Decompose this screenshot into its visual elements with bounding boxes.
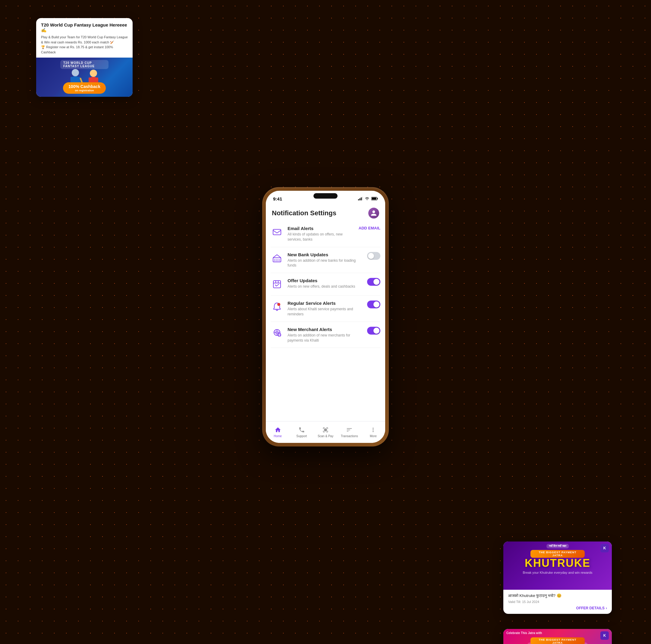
app-content: Notification Settings xyxy=(266,204,385,443)
new-bank-title: New Bank Updates xyxy=(287,252,363,257)
regular-service-toggle[interactable] xyxy=(367,301,380,308)
chevron-right-icon: › xyxy=(606,606,607,610)
merchant-alerts-toggle-wrap[interactable] xyxy=(367,327,380,335)
offer-updates-desc: Alerts on new offers, deals and cashback… xyxy=(287,284,363,289)
nav-transactions[interactable]: Transactions xyxy=(338,422,361,443)
offer-updates-text: Offer Updates Alerts on new offers, deal… xyxy=(287,278,363,289)
email-icon xyxy=(272,227,282,237)
svg-rect-20 xyxy=(377,198,378,199)
payment-jatra-badge-2: THE BIGGEST PAYMENT JATRA xyxy=(530,637,585,644)
regular-service-title: Regular Service Alerts xyxy=(287,301,363,306)
email-alerts-action[interactable]: ADD EMAIL xyxy=(359,226,380,231)
regular-service-text: Regular Service Alerts Alerts about Khal… xyxy=(287,301,363,317)
regular-service-desc: Alerts about Khalti service payments and… xyxy=(287,307,363,317)
notif-email-alerts: Email Alerts All kinds of updates on off… xyxy=(271,221,380,247)
toggle-thumb xyxy=(373,328,379,334)
svg-rect-25 xyxy=(276,259,278,261)
cashback-badge: 100% Cashback on registration xyxy=(63,82,106,94)
svg-rect-26 xyxy=(278,259,280,261)
svg-rect-24 xyxy=(274,259,276,261)
transactions-icon xyxy=(346,427,352,433)
new-bank-desc: Alerts on addition of new banks for load… xyxy=(287,258,363,268)
offer-updates-title: Offer Updates xyxy=(287,278,363,283)
nav-more-label: More xyxy=(370,434,377,438)
khutruke-card-header: नयाँ दिन नयाँ ज्वार K THE BIGGEST PAYMEN… xyxy=(503,542,612,590)
svg-rect-16 xyxy=(360,198,361,201)
offer-details-button[interactable]: OFFER DETAILS › xyxy=(576,606,607,610)
phone-screen: 9:41 xyxy=(266,191,385,443)
bell-icon xyxy=(272,302,282,312)
svg-rect-15 xyxy=(358,199,359,201)
wifi-icon xyxy=(365,197,370,201)
k-logo: K xyxy=(600,544,609,552)
notif-regular-service: Regular Service Alerts Alerts about Khal… xyxy=(271,296,380,322)
notch-sensor xyxy=(313,193,338,199)
svg-rect-27 xyxy=(273,281,281,288)
status-icons xyxy=(358,197,378,201)
khutruke2-header: Celebrate This Jatra with K THE BIGGEST … xyxy=(503,629,612,644)
khutruke-description: आजको Khutruke फुटाउनु भयो? 😊 xyxy=(508,593,607,598)
nav-home-label: Home xyxy=(274,434,282,438)
notif-new-bank: New Bank Updates Alerts on addition of n… xyxy=(271,247,380,273)
avatar[interactable] xyxy=(368,208,379,219)
khutruke-promo-card-2: Celebrate This Jatra with K THE BIGGEST … xyxy=(503,629,612,644)
app-header: Notification Settings xyxy=(266,204,385,221)
status-time: 9:41 xyxy=(273,196,282,201)
khutruke-card-body: आजको Khutruke फुटाउनु भयो? 😊 Valid Till:… xyxy=(503,590,612,606)
page-title: Notification Settings xyxy=(272,209,336,217)
payment-jatra-badge: THE BIGGEST PAYMENT JATRA xyxy=(530,550,585,558)
merchant-alerts-toggle[interactable] xyxy=(367,327,380,335)
khutruke-title: KHUTRUKE xyxy=(525,557,590,570)
nav-support-label: Support xyxy=(296,434,307,438)
khutruke-subtitle: Break your Khutruke everyday and win rew… xyxy=(523,571,592,574)
nav-scan-label: Scan & Pay xyxy=(318,434,333,438)
bank-icon-wrap xyxy=(271,252,283,265)
nav-support[interactable]: Support xyxy=(290,422,313,443)
new-bank-toggle-wrap[interactable] xyxy=(367,252,380,259)
merchant-icon-wrap xyxy=(271,327,283,339)
khutruke-promo-card: नयाँ दिन नयाँ ज्वार K THE BIGGEST PAYMEN… xyxy=(503,542,612,614)
merchant-icon xyxy=(272,328,282,338)
phone-mockup: 9:41 xyxy=(262,187,389,447)
svg-rect-17 xyxy=(361,197,362,201)
email-alerts-text: Email Alerts All kinds of updates on off… xyxy=(287,226,354,242)
toggle-thumb xyxy=(373,302,379,308)
svg-rect-4 xyxy=(77,77,80,83)
bottom-navigation: Home Support Scan & Pay xyxy=(266,421,385,443)
merchant-alerts-desc: Alerts on addition of new merchants for … xyxy=(287,333,363,343)
toggle-thumb xyxy=(373,279,379,285)
support-icon xyxy=(299,427,305,433)
khutruke-top-label: नयाँ दिन नयाँ ज्वार xyxy=(547,544,569,548)
offer-updates-toggle-wrap[interactable] xyxy=(367,278,380,286)
bank-icon xyxy=(272,253,282,263)
regular-service-toggle-wrap[interactable] xyxy=(367,301,380,308)
t20-card-text-area: T20 World Cup Fantasy League Hereeee ✍ P… xyxy=(36,18,133,58)
svg-rect-21 xyxy=(372,197,376,200)
khutruke-valid-date: Valid Till: 15 Jul 2024 xyxy=(508,600,607,604)
home-icon xyxy=(275,427,281,433)
merchant-alerts-title: New Merchant Alerts xyxy=(287,327,363,332)
avatar-icon xyxy=(370,210,377,216)
new-bank-toggle[interactable] xyxy=(367,252,380,259)
scan-icon xyxy=(322,427,329,433)
nav-transactions-label: Transactions xyxy=(341,434,358,438)
email-icon-wrap xyxy=(271,226,283,239)
nav-more[interactable]: More xyxy=(361,422,385,443)
celebrate-text: Celebrate This Jatra with xyxy=(506,631,542,635)
bell-icon-wrap xyxy=(271,301,283,313)
offer-updates-toggle[interactable] xyxy=(367,278,380,286)
t20-promo-card: T20 World Cup Fantasy League Hereeee ✍ P… xyxy=(36,18,133,97)
add-email-button[interactable]: ADD EMAIL xyxy=(359,226,380,231)
nav-scan-pay[interactable]: Scan & Pay xyxy=(313,422,337,443)
nav-home[interactable]: Home xyxy=(266,422,290,443)
notif-merchant-alerts: New Merchant Alerts Alerts on addition o… xyxy=(271,322,380,348)
t20-logo: T20 WORLD CUP FANTASY LEAGUE xyxy=(60,60,108,69)
t20-card-image: T20 WORLD CUP FANTASY LEAGUE 100% Cashba… xyxy=(36,58,133,97)
offer-icon xyxy=(272,279,282,289)
svg-point-28 xyxy=(277,303,280,306)
notification-list: Email Alerts All kinds of updates on off… xyxy=(266,221,385,421)
svg-point-9 xyxy=(90,70,97,77)
more-icon xyxy=(370,427,376,433)
phone-outer-shell: 9:41 xyxy=(262,187,389,447)
svg-rect-18 xyxy=(362,197,363,201)
